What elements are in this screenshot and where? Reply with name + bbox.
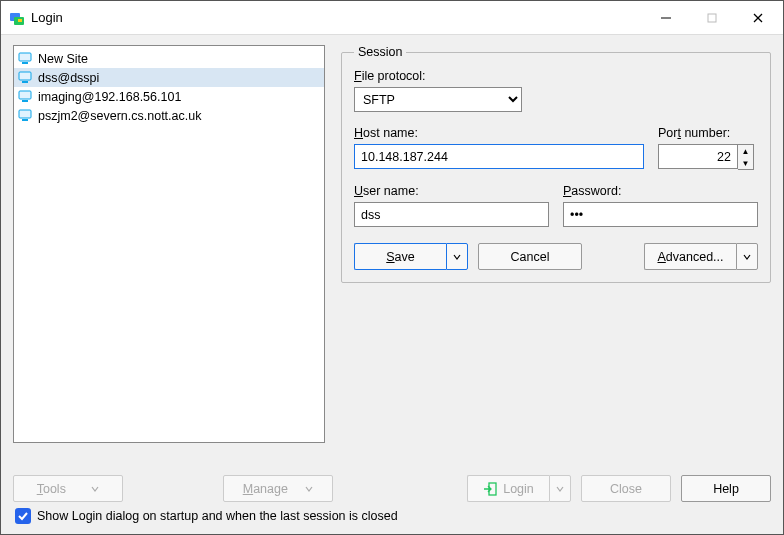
- username-input[interactable]: [354, 202, 549, 227]
- advanced-dropdown-button[interactable]: [736, 243, 758, 270]
- computer-icon: [18, 71, 34, 85]
- list-item-label: dss@dsspi: [38, 71, 99, 85]
- login-window: Login New Site dss@dsspi imaging@192: [0, 0, 784, 535]
- app-icon: [9, 10, 25, 26]
- spin-up-icon[interactable]: ▲: [738, 145, 753, 157]
- session-panel: Session File protocol: SFTP Host name:: [341, 45, 771, 465]
- svg-rect-4: [708, 14, 716, 22]
- list-item[interactable]: dss@dsspi: [14, 68, 324, 87]
- window-title: Login: [31, 10, 63, 25]
- startup-checkbox-row[interactable]: Show Login dialog on startup and when th…: [13, 502, 771, 526]
- window-buttons: [643, 2, 781, 34]
- save-split-button[interactable]: Save: [354, 243, 468, 270]
- login-dropdown-button[interactable]: [549, 475, 571, 502]
- svg-rect-12: [22, 100, 28, 102]
- titlebar: Login: [1, 1, 783, 35]
- username-label: User name:: [354, 184, 549, 198]
- list-item-label: imaging@192.168.56.101: [38, 90, 181, 104]
- login-button[interactable]: Login: [467, 475, 549, 502]
- tools-button[interactable]: Tools: [13, 475, 123, 502]
- list-item[interactable]: New Site: [14, 49, 324, 68]
- startup-checkbox-label: Show Login dialog on startup and when th…: [37, 509, 398, 523]
- computer-icon: [18, 90, 34, 104]
- computer-icon: [18, 109, 34, 123]
- password-input[interactable]: [563, 202, 758, 227]
- password-label: Password:: [563, 184, 758, 198]
- close-button[interactable]: Close: [581, 475, 671, 502]
- chevron-down-icon: [743, 253, 751, 261]
- chevron-down-icon: [453, 253, 461, 261]
- cancel-button[interactable]: Cancel: [478, 243, 582, 270]
- save-dropdown-button[interactable]: [446, 243, 468, 270]
- svg-rect-8: [22, 62, 28, 64]
- chevron-down-icon: [91, 485, 99, 493]
- port-label: Port number:: [658, 126, 758, 140]
- chevron-down-icon: [556, 485, 564, 493]
- minimize-button[interactable]: [643, 2, 689, 34]
- advanced-split-button[interactable]: Advanced...: [644, 243, 758, 270]
- svg-rect-2: [18, 19, 22, 22]
- file-protocol-select[interactable]: SFTP: [354, 87, 522, 112]
- login-icon: [483, 482, 497, 496]
- login-split-button[interactable]: Login: [467, 475, 571, 502]
- manage-button[interactable]: Manage: [223, 475, 333, 502]
- svg-rect-7: [19, 53, 31, 61]
- svg-rect-11: [19, 91, 31, 99]
- checkbox-checked-icon[interactable]: [15, 508, 31, 524]
- svg-rect-9: [19, 72, 31, 80]
- close-window-button[interactable]: [735, 2, 781, 34]
- help-button[interactable]: Help: [681, 475, 771, 502]
- list-item-label: New Site: [38, 52, 88, 66]
- site-list[interactable]: New Site dss@dsspi imaging@192.168.56.10…: [13, 45, 325, 443]
- file-protocol-label: File protocol:: [354, 69, 758, 83]
- host-label: Host name:: [354, 126, 644, 140]
- content-area: New Site dss@dsspi imaging@192.168.56.10…: [1, 35, 783, 534]
- svg-rect-13: [19, 110, 31, 118]
- computer-icon: [18, 52, 34, 66]
- list-item[interactable]: imaging@192.168.56.101: [14, 87, 324, 106]
- svg-rect-10: [22, 81, 28, 83]
- chevron-down-icon: [305, 485, 313, 493]
- bottom-bar: Tools Manage Login Close Help: [13, 465, 771, 502]
- session-legend: Session: [354, 45, 406, 59]
- save-button[interactable]: Save: [354, 243, 446, 270]
- port-spinner[interactable]: ▲ ▼: [738, 144, 754, 170]
- session-fieldset: Session File protocol: SFTP Host name:: [341, 45, 771, 283]
- port-input[interactable]: [658, 144, 738, 169]
- spin-down-icon[interactable]: ▼: [738, 157, 753, 169]
- maximize-button[interactable]: [689, 2, 735, 34]
- list-item[interactable]: pszjm2@severn.cs.nott.ac.uk: [14, 106, 324, 125]
- host-input[interactable]: [354, 144, 644, 169]
- upper-panel: New Site dss@dsspi imaging@192.168.56.10…: [13, 45, 771, 465]
- svg-rect-14: [22, 119, 28, 121]
- list-item-label: pszjm2@severn.cs.nott.ac.uk: [38, 109, 201, 123]
- advanced-button[interactable]: Advanced...: [644, 243, 736, 270]
